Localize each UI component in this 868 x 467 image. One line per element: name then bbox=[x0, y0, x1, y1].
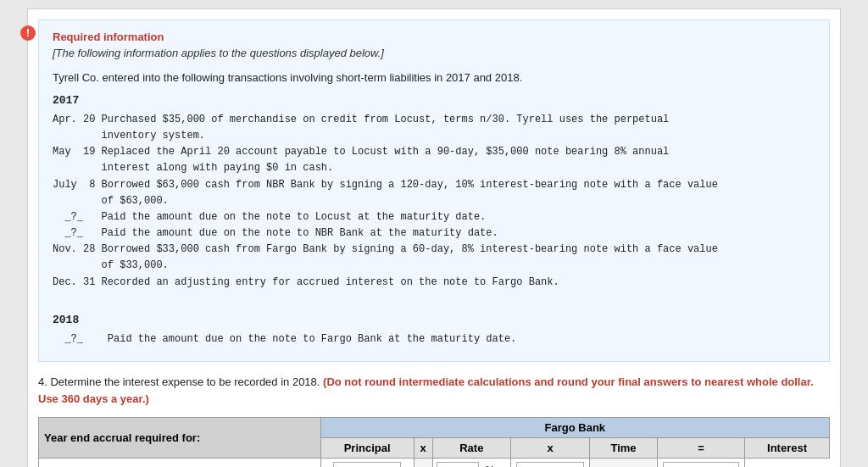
col-header-x1: x bbox=[414, 438, 432, 459]
table-row: Interest to be recorded in 2018 x bbox=[39, 459, 830, 467]
tx-nov28-cont: of $33,000. bbox=[53, 258, 815, 274]
transactions-block: 2017 Apr. 20 Purchased $35,000 of mercha… bbox=[53, 92, 815, 347]
required-info-label: Required information bbox=[53, 31, 815, 43]
tx-apr20-cont: inventory system. bbox=[53, 128, 815, 144]
tx-july8-cont: of $63,000. bbox=[53, 193, 815, 209]
answer-table: Year end accrual required for: Fargo Ban… bbox=[38, 417, 830, 467]
tx-dec31: Dec. 31 Recorded an adjusting entry for … bbox=[53, 275, 815, 291]
alert-icon: ! bbox=[20, 25, 36, 41]
tx-may19: May 19 Replaced the April 20 account pay… bbox=[53, 144, 815, 160]
tx-q1: _?_ Paid the amount due on the note to L… bbox=[53, 209, 815, 225]
percent-sign: % bbox=[482, 460, 498, 467]
interest-input[interactable] bbox=[663, 462, 739, 467]
time-input[interactable] bbox=[516, 462, 584, 467]
x1-operator: x bbox=[414, 459, 432, 467]
col-header-interest: Interest bbox=[745, 438, 830, 459]
tx-july8: July 8 Borrowed $63,000 cash from NBR Ba… bbox=[53, 177, 815, 193]
principal-input[interactable] bbox=[333, 462, 401, 467]
principal-cell[interactable] bbox=[320, 459, 414, 467]
x2-operator-inline: x bbox=[498, 460, 510, 467]
tx-2018-q: _?_ Paid the amount due on the note to F… bbox=[53, 331, 815, 347]
rate-input[interactable] bbox=[437, 462, 479, 467]
italic-note: [The following information applies to th… bbox=[53, 47, 815, 59]
col-header-principal: Principal bbox=[320, 438, 414, 459]
eq-operator: = bbox=[590, 459, 658, 467]
tx-q2: _?_ Paid the amount due on the note to N… bbox=[53, 225, 815, 242]
year-2018-label: 2018 bbox=[53, 312, 815, 330]
col-header-time: Time bbox=[590, 438, 658, 459]
scenario-text: Tyrell Co. entered into the following tr… bbox=[53, 71, 815, 84]
col-header-rate: Rate bbox=[432, 438, 510, 459]
tx-apr20: Apr. 20 Purchased $35,000 of merchandise… bbox=[53, 112, 815, 128]
info-box: Required information [The following info… bbox=[38, 19, 830, 362]
col-header-x2: x bbox=[511, 438, 590, 459]
question-body: Determine the interest expense to be rec… bbox=[50, 375, 320, 388]
interest-cell[interactable] bbox=[658, 459, 745, 467]
table-section: Year end accrual required for: Fargo Ban… bbox=[38, 417, 830, 467]
time-cell[interactable] bbox=[511, 459, 590, 467]
tx-nov28: Nov. 28 Borrowed $33,000 cash from Fargo… bbox=[53, 242, 815, 258]
question-number: 4. bbox=[38, 375, 47, 388]
year-2017-label: 2017 bbox=[53, 92, 815, 110]
col-header-eq: = bbox=[658, 438, 745, 459]
tx-may19-cont: interest along with paying $0 in cash. bbox=[53, 160, 815, 176]
bank-header: Fargo Bank bbox=[320, 418, 829, 438]
row-label: Interest to be recorded in 2018 bbox=[39, 459, 321, 467]
question-section: 4. Determine the interest expense to be … bbox=[38, 374, 830, 407]
header-left-cell: Year end accrual required for: bbox=[39, 418, 321, 459]
rate-cell[interactable]: % x bbox=[432, 459, 510, 467]
question-text: 4. Determine the interest expense to be … bbox=[38, 374, 830, 407]
